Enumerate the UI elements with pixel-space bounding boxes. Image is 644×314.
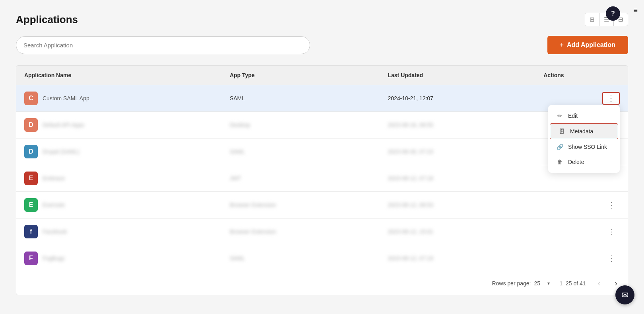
- add-application-button[interactable]: + Add Application: [547, 36, 628, 54]
- chat-bubble-button[interactable]: ✉: [615, 285, 634, 304]
- app-icon: E: [24, 172, 38, 185]
- dropdown-item-label-edit: Edit: [568, 113, 578, 119]
- rows-per-page-select[interactable]: 25 50 100: [534, 280, 550, 287]
- last-updated-cell: 2023-08-30, 07:23: [380, 138, 535, 165]
- app-name-text: Drupal (SAML): [43, 148, 80, 155]
- app-name-text: FogBugz: [43, 255, 65, 261]
- app-type-value: JWT: [230, 175, 241, 181]
- search-input[interactable]: [16, 36, 310, 54]
- help-icon: ?: [611, 10, 615, 17]
- app-type-cell: SAML: [222, 245, 380, 272]
- app-icon: D: [24, 145, 38, 158]
- last-updated-value: 2023-08-16, 08:55: [388, 122, 433, 128]
- dropdown-item-metadata[interactable]: 🗄Metadata: [550, 123, 618, 139]
- page-info: 1–25 of 41: [559, 280, 586, 287]
- actions-cell: ⋮: [535, 192, 628, 218]
- hamburger-icon: ≡: [633, 6, 638, 14]
- add-application-label: Add Application: [567, 41, 615, 49]
- actions-cell: ⋮: [535, 245, 628, 272]
- last-updated-cell: 2023-08-12, 08:53: [380, 192, 535, 218]
- rows-per-page-label: Rows per page:: [492, 280, 531, 287]
- last-updated-value: 2023-08-12, 07:18: [388, 175, 433, 181]
- rows-select-wrapper: 25 50 100: [534, 280, 550, 287]
- help-button[interactable]: ?: [606, 6, 620, 21]
- app-name-text: Default API Apps: [43, 122, 84, 128]
- app-name-cell: CCustom SAML App: [16, 85, 222, 112]
- dropdown-item-label-show-sso-link: Show SSO Link: [568, 144, 607, 150]
- header-row: Applications ⊞ ☰ ⊟: [16, 13, 628, 26]
- col-header-type: App Type: [222, 66, 380, 85]
- last-updated-cell: 2023-08-12, 07:18: [380, 165, 535, 192]
- table-row: CCustom SAML AppSAML2024-10-21, 12:07⋮✏E…: [16, 85, 628, 112]
- app-type-value: SAML: [230, 95, 245, 101]
- app-icon: f: [24, 225, 38, 238]
- col-header-name: Application Name: [16, 66, 222, 85]
- search-row: + Add Application: [16, 36, 628, 54]
- actions-menu-button[interactable]: ⋮: [602, 92, 620, 105]
- last-updated-cell: 2023-08-12, 07:19: [380, 245, 535, 272]
- next-page-button[interactable]: ›: [612, 278, 620, 289]
- table-row: EEvernoteBrowser Extension2023-08-12, 08…: [16, 192, 628, 218]
- add-icon: +: [560, 41, 564, 49]
- app-name-cell: DDrupal (SAML): [16, 138, 222, 165]
- actions-dropdown-menu: ✏Edit🗄Metadata🔗Show SSO Link🗑Delete: [548, 105, 620, 173]
- app-name-cell: EEvernote: [16, 192, 222, 218]
- hamburger-button[interactable]: ≡: [633, 6, 638, 15]
- edit-icon: ✏: [556, 113, 563, 119]
- app-name-text: Evernote: [43, 202, 65, 208]
- app-type-cell: SAML: [222, 138, 380, 165]
- table-row: fFacebookBrowser Extension2023-08-12, 15…: [16, 218, 628, 245]
- dropdown-item-show-sso-link[interactable]: 🔗Show SSO Link: [548, 139, 620, 154]
- app-type-cell: Desktop: [222, 112, 380, 138]
- app-icon: F: [24, 252, 38, 265]
- col-header-updated: Last Updated: [380, 66, 535, 85]
- actions-cell: ⋮: [535, 218, 628, 245]
- app-icon: D: [24, 118, 38, 132]
- last-updated-value: 2023-08-12, 08:53: [388, 202, 433, 208]
- app-name-text: Embrace: [43, 175, 65, 181]
- dropdown-item-label-metadata: Metadata: [570, 128, 593, 135]
- prev-page-button[interactable]: ‹: [596, 278, 603, 289]
- show-sso-link-icon: 🔗: [556, 144, 563, 150]
- app-type-cell: Browser Extension: [222, 192, 380, 218]
- app-type-cell: Browser Extension: [222, 218, 380, 245]
- app-type-value: SAML: [230, 148, 245, 155]
- app-icon: C: [24, 92, 38, 105]
- actions-menu-button[interactable]: ⋮: [604, 253, 620, 264]
- last-updated-value: 2023-08-12, 15:01: [388, 228, 433, 235]
- app-type-value: Desktop: [230, 122, 250, 128]
- rows-per-page: Rows per page: 25 50 100: [492, 280, 550, 287]
- page-title: Applications: [16, 14, 78, 26]
- app-name-text: Facebook: [43, 228, 67, 235]
- last-updated-cell: 2024-10-21, 12:07: [380, 85, 535, 112]
- metadata-icon: 🗄: [558, 128, 565, 135]
- actions-menu-button[interactable]: ⋮: [604, 226, 620, 237]
- dropdown-item-label-delete: Delete: [568, 159, 584, 165]
- app-name-cell: EEmbrace: [16, 165, 222, 192]
- app-type-cell: JWT: [222, 165, 380, 192]
- app-type-value: SAML: [230, 255, 245, 261]
- chat-icon: ✉: [622, 290, 628, 300]
- last-updated-value: 2023-08-30, 07:23: [388, 148, 433, 155]
- table-row: DDrupal (SAML)SAML2023-08-30, 07:23: [16, 138, 628, 165]
- table-row: EEmbraceJWT2023-08-12, 07:18: [16, 165, 628, 192]
- view-toggle-grid1[interactable]: ⊞: [585, 13, 599, 26]
- app-name-cell: fFacebook: [16, 218, 222, 245]
- app-type-value: Browser Extension: [230, 228, 276, 235]
- app-type-cell: SAML: [222, 85, 380, 112]
- dropdown-item-delete[interactable]: 🗑Delete: [548, 154, 620, 170]
- last-updated-cell: 2023-08-12, 15:01: [380, 218, 535, 245]
- table-row: FFogBugzSAML2023-08-12, 07:19⋮: [16, 245, 628, 272]
- table-header-row: Application Name App Type Last Updated A…: [16, 66, 628, 85]
- app-name-text: Custom SAML App: [43, 95, 89, 101]
- app-type-value: Browser Extension: [230, 202, 276, 208]
- last-updated-cell: 2023-08-16, 08:55: [380, 112, 535, 138]
- actions-menu-button[interactable]: ⋮: [604, 199, 620, 211]
- applications-table: Application Name App Type Last Updated A…: [16, 65, 628, 295]
- delete-icon: 🗑: [556, 159, 563, 165]
- pagination-row: Rows per page: 25 50 100 1–25 of 41 ‹ ›: [16, 271, 628, 295]
- app-icon: E: [24, 198, 38, 212]
- app-name-cell: DDefault API Apps: [16, 112, 222, 138]
- dropdown-item-edit[interactable]: ✏Edit: [548, 108, 620, 123]
- last-updated-value: 2023-08-12, 07:19: [388, 255, 433, 261]
